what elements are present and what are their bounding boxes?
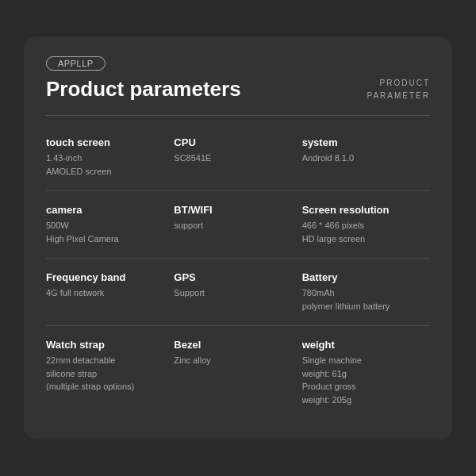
param-cell: BezelZinc alloy	[174, 328, 301, 417]
param-value: Android 8.1.0	[302, 152, 424, 165]
param-label: CPU	[174, 136, 295, 148]
param-cell: Screen resolution466 * 466 pixels HD lar…	[302, 193, 430, 256]
param-label: camera	[46, 204, 167, 216]
param-cell: Frequency band4G full network	[46, 260, 174, 324]
param-label: weight	[302, 339, 424, 351]
param-label: Screen resolution	[302, 204, 424, 216]
param-value: Zinc alloy	[174, 354, 295, 367]
param-label: GPS	[174, 271, 295, 283]
param-label: Battery	[302, 271, 424, 283]
param-label: system	[302, 136, 424, 148]
param-value: support	[174, 219, 295, 232]
param-value: Single machine weight: 61g Product gross…	[302, 354, 424, 406]
param-cell: Battery780mAh polymer lithium battery	[302, 260, 430, 324]
product-card: APPLLP Product parameters PRODUCT PARAME…	[24, 36, 452, 440]
param-label: BT/WIFI	[174, 204, 295, 216]
param-cell: BT/WIFIsupport	[174, 193, 301, 256]
param-cell: weightSingle machine weight: 61g Product…	[302, 328, 430, 417]
param-value: 500W High Pixel Camera	[46, 219, 167, 245]
param-cell: Watch strap22mm detachable silicone stra…	[46, 328, 174, 417]
param-value: 22mm detachable silicone strap (multiple…	[46, 354, 167, 393]
param-cell: GPSSupport	[174, 260, 301, 324]
param-cell: systemAndroid 8.1.0	[302, 125, 430, 189]
header-divider	[46, 115, 430, 116]
param-label: Frequency band	[46, 271, 167, 283]
card-header: Product parameters PRODUCT PARAMETER	[46, 77, 430, 102]
param-value: 4G full network	[46, 286, 167, 300]
row-divider	[46, 325, 430, 326]
product-param-label: PRODUCT PARAMETER	[367, 77, 431, 102]
param-value: 780mAh polymer lithium battery	[302, 286, 424, 313]
param-value: 1.43-inch AMOLED screen	[46, 152, 167, 178]
param-value: SC8541E	[174, 152, 295, 165]
param-value: 466 * 466 pixels HD large screen	[302, 219, 424, 245]
params-grid: touch screen1.43-inch AMOLED screenCPUSC…	[46, 125, 430, 417]
row-divider	[46, 190, 430, 191]
param-cell: CPUSC8541E	[174, 125, 301, 189]
row-divider	[46, 258, 430, 259]
param-label: Watch strap	[46, 339, 167, 351]
badge-label: APPLLP	[46, 56, 106, 71]
param-value: Support	[174, 286, 295, 300]
param-label: touch screen	[46, 136, 167, 148]
param-label: Bezel	[174, 339, 295, 351]
page-title: Product parameters	[46, 77, 241, 102]
param-cell: touch screen1.43-inch AMOLED screen	[46, 125, 174, 189]
param-cell: camera500W High Pixel Camera	[46, 193, 174, 256]
